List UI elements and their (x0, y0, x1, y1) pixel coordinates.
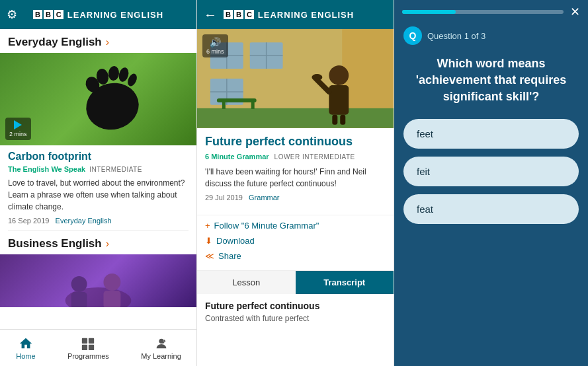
card-category[interactable]: The English We Speak (8, 165, 85, 173)
lesson-title: Future perfect continuous (205, 135, 386, 149)
share-label: Share (218, 251, 241, 261)
panel3-header: ✕ (394, 0, 588, 24)
svg-rect-30 (251, 102, 255, 109)
lesson-grammar-link[interactable]: Grammar (249, 194, 279, 201)
card-date: 16 Sep 2019 (8, 217, 49, 225)
svg-rect-12 (89, 338, 94, 343)
bbc-box-b1: B (33, 10, 42, 19)
question-number: Question 1 of 3 (427, 31, 485, 41)
quiz-progress-bar-fill (402, 10, 456, 14)
svg-point-36 (312, 74, 322, 81)
nav-programmes-label: Programmes (67, 352, 109, 360)
share-icon: ≪ (205, 251, 214, 261)
quiz-close-button[interactable]: ✕ (570, 5, 580, 19)
footprint-graphic (56, 57, 162, 139)
carbon-footprint-card-body: Carbon footprint The English We Speak IN… (0, 145, 196, 230)
lesson-actions: + Follow "6 Minute Grammar" ⬇ Download ≪… (197, 215, 394, 266)
everyday-english-arrow-icon[interactable]: › (106, 36, 109, 48)
transcript-tab[interactable]: Transcript (296, 271, 394, 294)
svg-rect-13 (82, 344, 87, 349)
bottom-navigation: Home Programmes My Learning (0, 329, 197, 366)
lesson-tab[interactable]: Lesson (197, 271, 296, 294)
share-action[interactable]: ≪ Share (205, 251, 386, 261)
nav-my-learning[interactable]: My Learning (133, 334, 189, 363)
answer-option-3[interactable]: feat (403, 194, 579, 224)
svg-rect-10 (103, 291, 120, 307)
everyday-english-title: Everyday English (8, 36, 102, 49)
svg-point-3 (108, 65, 120, 81)
panel2-bbc-box-b3: C (245, 10, 254, 19)
answer-option-2[interactable]: feit (403, 157, 579, 186)
panel1-scrollable-content: Everyday English › 2 mins (0, 29, 196, 366)
panel2-scrollable-content: 🔊 6 mins Future perfect continuous 6 Min… (197, 29, 394, 366)
lesson-category[interactable]: 6 Minute Grammar (205, 153, 269, 161)
svg-point-9 (103, 274, 120, 291)
panel-lesson-detail: ← B B C LEARNING ENGLISH (197, 0, 394, 366)
lesson-tabs: Lesson Transcript (197, 270, 394, 294)
audio-badge[interactable]: 🔊 6 mins (202, 34, 228, 57)
quiz-progress-bar-container (402, 10, 564, 14)
svg-rect-27 (197, 108, 394, 128)
everyday-english-section-header: Everyday English › (0, 29, 196, 53)
panel-quiz: ✕ Q Question 1 of 3 Which word means 'ac… (394, 0, 588, 366)
play-badge[interactable]: 2 mins (5, 118, 31, 140)
transcript-section-subtitle: Contrasted with future perfect (205, 314, 386, 323)
svg-rect-8 (71, 292, 87, 307)
question-icon: Q (403, 26, 422, 45)
lesson-hero-image: 🔊 6 mins (197, 29, 394, 128)
svg-point-7 (71, 276, 87, 292)
panel-everyday-english: ⚙ B B C LEARNING ENGLISH Everyday Englis… (0, 0, 197, 366)
question-text: Which word means 'achievement that requi… (394, 50, 588, 119)
svg-rect-34 (340, 115, 345, 125)
bbc-logo: B B C LEARNING ENGLISH (33, 10, 163, 20)
biz-image-overlay (0, 254, 196, 307)
business-english-arrow-icon[interactable]: › (106, 238, 109, 250)
home-icon (19, 336, 33, 351)
bbc-box-b3: C (54, 10, 63, 19)
follow-icon: + (205, 221, 210, 231)
panel2-header: ← B B C LEARNING ENGLISH (197, 0, 394, 29)
svg-point-31 (329, 65, 349, 85)
nav-home[interactable]: Home (8, 334, 43, 363)
card-description: Love to travel, but worried about the en… (8, 177, 189, 213)
answer-options-container: feet feit feat (394, 119, 588, 224)
play-icon (14, 120, 22, 129)
lesson-body: Future perfect continuous 6 Minute Gramm… (197, 128, 394, 215)
card-meta: The English We Speak INTERMEDIATE (8, 165, 189, 173)
question-meta: Q Question 1 of 3 (394, 24, 588, 50)
panel2-bbc-box-b1: B (224, 10, 233, 19)
card-title[interactable]: Carbon footprint (8, 151, 189, 163)
gear-icon[interactable]: ⚙ (7, 7, 17, 22)
answer-option-1[interactable]: feet (403, 119, 579, 149)
everyday-english-link[interactable]: Everyday English (56, 217, 112, 225)
transcript-section: Future perfect continuous Contrasted wit… (197, 294, 394, 330)
nav-programmes[interactable]: Programmes (60, 334, 117, 363)
programmes-icon (81, 336, 95, 351)
carbon-footprint-card-image[interactable]: 2 mins (0, 53, 196, 145)
play-time-label: 2 mins (9, 131, 27, 137)
my-learning-icon (154, 336, 169, 351)
lesson-description: 'I'll have been waiting for hours!' Finn… (205, 166, 386, 190)
follow-action[interactable]: + Follow "6 Minute Grammar" (205, 221, 386, 231)
business-english-card-image[interactable] (0, 254, 196, 307)
panel2-bbc-box-b2: B (234, 10, 243, 19)
audio-icon: 🔊 (210, 37, 221, 48)
back-arrow-icon[interactable]: ← (204, 7, 217, 22)
follow-label: Follow "6 Minute Grammar" (214, 221, 319, 231)
transcript-section-title: Future perfect continuous (205, 301, 386, 311)
lesson-date-tag: 29 Jul 2019 Grammar (205, 194, 386, 201)
svg-rect-29 (222, 102, 226, 109)
bbc-box-b2: B (44, 10, 53, 19)
business-english-section-header: Business English › (0, 231, 196, 254)
download-label: Download (216, 236, 255, 246)
bbc-learning-english-text: LEARNING ENGLISH (67, 10, 163, 20)
nav-home-label: Home (16, 352, 35, 360)
download-icon: ⬇ (205, 236, 212, 246)
card-level: INTERMEDIATE (89, 166, 142, 173)
svg-rect-11 (82, 338, 87, 343)
svg-rect-33 (332, 115, 337, 125)
svg-rect-14 (89, 344, 94, 349)
panel2-bbc-logo: B B C LEARNING ENGLISH (224, 10, 354, 20)
download-action[interactable]: ⬇ Download (205, 236, 386, 246)
card-date-link: 16 Sep 2019 Everyday English (8, 217, 189, 225)
